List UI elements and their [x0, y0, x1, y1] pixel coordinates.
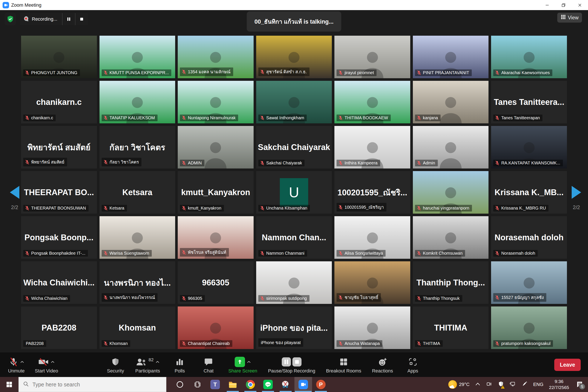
participant-tile[interactable]: Warisa Suengtaworn: [100, 216, 175, 259]
toolbar-item-apps[interactable]: Apps: [404, 356, 422, 374]
search-input[interactable]: [32, 382, 153, 388]
participant-tile[interactable]: jirayut piromnet: [334, 36, 410, 78]
caret-up-icon[interactable]: [247, 360, 251, 363]
participant-tile[interactable]: KMUTT PUNSA EKPORNPR...: [100, 36, 175, 78]
mic-muted-icon: [495, 160, 500, 166]
taskbar-app-teams-icon[interactable]: T: [206, 377, 224, 392]
participant-tile[interactable]: kanjana: [413, 81, 489, 123]
close-button[interactable]: [572, 0, 588, 10]
participant-tile[interactable]: kmutt_Kanyakronkmutt_Kanyakron: [178, 171, 254, 214]
tray-overflow-chevron-icon[interactable]: [475, 382, 480, 387]
taskbar-app-powerpoint-icon[interactable]: P: [312, 377, 330, 392]
participant-tile[interactable]: sirimonpak sutdipong: [256, 261, 332, 304]
toolbar-item-unmute[interactable]: Unmute: [7, 356, 25, 374]
participant-tile[interactable]: Pongsak Boonp...Pongsak Boonphakdee IT-.…: [21, 216, 97, 259]
participant-tile[interactable]: Sakchai ChaiyarakSakchai Chaiyarak: [256, 126, 332, 168]
participant-tile[interactable]: Norasemah dolohNorasemah doloh: [491, 216, 567, 259]
taskbar-app-file-explorer-icon[interactable]: [224, 377, 242, 392]
taskbar-app-chrome-icon[interactable]: [242, 377, 259, 392]
participant-tile[interactable]: haruchai yingpratanporn: [413, 171, 489, 214]
participant-tile[interactable]: Inthira Kampeera: [334, 126, 410, 168]
taskbar-app-zoom-icon[interactable]: [294, 377, 312, 392]
start-button[interactable]: [0, 377, 18, 392]
participant-tile[interactable]: สุชารัตน์ ดิสขำ ส.ก.ธ.: [256, 36, 332, 78]
participant-tile[interactable]: PINIT PRAJANTAVANIT: [413, 36, 489, 78]
toolbar-item-pause-stop-recording[interactable]: Pause/Stop Recording: [268, 356, 315, 374]
stop-recording-button[interactable]: [75, 13, 88, 25]
toolbar-item-reactions[interactable]: Reactions: [372, 356, 393, 374]
next-page-arrow-icon[interactable]: [572, 186, 581, 199]
participant-tile[interactable]: PHONGYUT JUNTONG: [21, 36, 97, 78]
participant-tile[interactable]: chanikarn.cchanikarn.c: [21, 81, 97, 123]
participant-tile[interactable]: Chanantipat Chaireab: [178, 306, 254, 349]
participant-tile[interactable]: Admin: [413, 126, 489, 168]
participant-tile[interactable]: KetsaraKetsara: [100, 171, 175, 214]
toolbar-item-security[interactable]: Security: [106, 356, 124, 374]
security-shield-button[interactable]: [5, 13, 16, 25]
participant-tile[interactable]: iPhone ของ pita...iPhone ของ pitayarat: [256, 306, 332, 349]
toolbar-item-share-screen[interactable]: Share Screen: [228, 356, 257, 374]
view-button[interactable]: View: [557, 13, 582, 22]
participant-tile[interactable]: Akarachai Kaewsomnues: [491, 36, 567, 78]
toolbar-item-polls[interactable]: Polls: [171, 356, 189, 374]
toolbar-item-chat[interactable]: Chat: [200, 356, 218, 374]
weather-widget[interactable]: 29°C: [448, 380, 470, 389]
previous-page-arrow-icon[interactable]: [10, 186, 19, 199]
participant-tile[interactable]: THITIMATHITIMA: [413, 306, 489, 349]
participant-tile[interactable]: THEERAPAT BO...THEERAPAT BOONSUWAN: [21, 171, 97, 214]
participant-tile[interactable]: UUnchana Kitsamphan: [256, 171, 332, 214]
language-indicator[interactable]: ENG: [533, 382, 544, 387]
participant-tile[interactable]: Nammon Chan...Nammon Chanmani: [256, 216, 332, 259]
participant-tile[interactable]: TANATIP KALUEKSOM: [100, 81, 175, 123]
participant-tile[interactable]: พิทยารัตน์ สมสัตย์พิทยารัตน์ สมสัตย์: [21, 126, 97, 168]
participant-tile[interactable]: Tanes Tanitteera...Tanes Tanitteerapan: [491, 81, 567, 123]
participant-tile[interactable]: Thanthip Thong...Thanthip Thongsuk: [413, 261, 489, 304]
taskbar-clock[interactable]: 9:36 22/7/2565: [549, 378, 569, 391]
participant-tile[interactable]: พัชโรบล จรียสู่ดินันท์: [178, 216, 254, 259]
participant-tile[interactable]: RA.KANTAPAT KWANSOMK...: [491, 126, 567, 168]
participant-tile[interactable]: ชาญชัย โบธาสุทธิ์: [334, 261, 410, 304]
reactions-icon: [378, 357, 387, 367]
restore-button[interactable]: [555, 0, 572, 10]
grid-view-icon: [561, 14, 566, 21]
participant-tile[interactable]: Anucha Watanapa: [334, 306, 410, 349]
participant-tile[interactable]: Alisa Songsriwittaya: [334, 216, 410, 259]
leave-button[interactable]: Leave: [554, 359, 581, 371]
toolbar-item-start-video[interactable]: Start Video: [35, 356, 58, 374]
participant-tile[interactable]: Nuntapong Niramulnurak: [178, 81, 254, 123]
participant-tile[interactable]: Krissana K._MB...Krissana K._MBRG RU: [491, 171, 567, 214]
taskbar-app-line-icon[interactable]: LINE: [259, 377, 277, 392]
mic-muted-icon: [103, 116, 108, 120]
participant-tile[interactable]: Sawat Inthongkham: [256, 81, 332, 123]
toolbar-item-breakout-rooms[interactable]: Breakout Rooms: [326, 356, 361, 374]
participant-tile[interactable]: กัลยา วิชาโคตรกัลยา วิชาโคตร: [100, 126, 175, 168]
pen-tray-icon[interactable]: [522, 381, 528, 388]
participant-tile[interactable]: นางพรนิภา ทองไ...นางพรนิภา ทองไพวรรณ์: [100, 261, 175, 304]
camera-tray-icon[interactable]: [486, 381, 492, 388]
participant-tile[interactable]: 1354 มงคล นามลักษณ์: [178, 36, 254, 78]
caret-up-icon[interactable]: [20, 360, 24, 363]
participant-tile[interactable]: Komkrit Chomsuwan: [413, 216, 489, 259]
caret-up-icon[interactable]: [51, 360, 54, 363]
pause-recording-button[interactable]: [62, 13, 75, 25]
taskbar-search[interactable]: [18, 377, 166, 392]
minimize-button[interactable]: [539, 0, 555, 10]
participant-tile[interactable]: PAB2208PAB2208: [21, 306, 97, 349]
network-tray-icon[interactable]: [510, 381, 516, 388]
participant-tile[interactable]: KhomsanKhomsan: [100, 306, 175, 349]
action-center-button[interactable]: 5: [575, 380, 584, 390]
participant-name-label: Komkrit Chomsuwan: [423, 251, 463, 256]
participant-tile[interactable]: 100201595_ณัชริ...100201595_ณัชริญา: [334, 171, 410, 214]
defender-tray-icon[interactable]: [498, 381, 504, 388]
caret-up-icon[interactable]: [156, 360, 160, 363]
participant-tile[interactable]: pratumporn kaksongsakul: [491, 306, 567, 349]
participant-tile[interactable]: Wicha Chaiwichi...Wicha Chaiwichian: [21, 261, 97, 304]
taskbar-app-task-view-icon[interactable]: [189, 377, 206, 392]
participant-tile[interactable]: THITIMA BOODKAEW: [334, 81, 410, 123]
participant-tile[interactable]: 15527 ธนัญญา สกุลชัง: [491, 261, 567, 304]
participant-tile[interactable]: ADMIN: [178, 126, 254, 168]
participant-tile[interactable]: 966305966305: [178, 261, 254, 304]
toolbar-item-participants[interactable]: 82Participants: [135, 356, 160, 374]
taskbar-app-cortana-icon[interactable]: [171, 377, 189, 392]
taskbar-app-snip-icon[interactable]: [277, 377, 294, 392]
